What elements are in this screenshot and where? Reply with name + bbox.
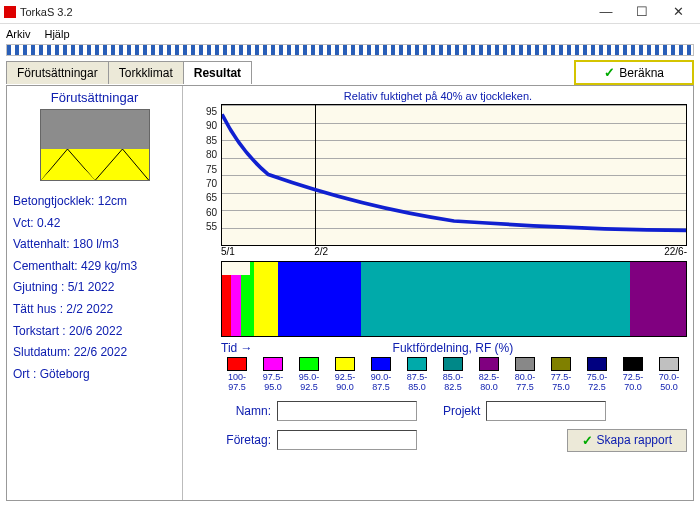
plot-area	[221, 104, 687, 246]
menu-bar: Arkiv Hjälp	[0, 24, 700, 44]
result-panel: Relativ fuktighet på 40% av tjockleken. …	[183, 86, 693, 500]
info-betongtjocklek: Betongtjocklek: 12cm	[13, 191, 178, 213]
close-button[interactable]: ✕	[660, 1, 696, 23]
info-slutdatum: Slutdatum: 22/6 2022	[13, 342, 178, 364]
moisture-distribution-chart	[221, 261, 687, 337]
title-bar: TorkaS 3.2 — ☐ ✕	[0, 0, 700, 24]
tab-torkklimat[interactable]: Torkklimat	[108, 61, 184, 84]
info-torkstart: Torkstart : 20/6 2022	[13, 321, 178, 343]
info-vattenhalt: Vattenhalt: 180 l/m3	[13, 234, 178, 256]
sidebar-title: Förutsättningar	[11, 90, 178, 105]
minimize-button[interactable]: —	[588, 1, 624, 23]
section-thumbnail	[40, 109, 150, 181]
tab-forutsattningar[interactable]: Förutsättningar	[6, 61, 109, 84]
info-ort: Ort : Göteborg	[13, 364, 178, 386]
sidebar: Förutsättningar Betongtjocklek: 12cm Vct…	[7, 86, 183, 500]
info-vct: Vct: 0.42	[13, 213, 178, 235]
check-icon: ✓	[604, 65, 615, 80]
window-title: TorkaS 3.2	[20, 6, 588, 18]
y-axis: 9590 8580 7570 6560 55	[189, 104, 221, 246]
maximize-button[interactable]: ☐	[624, 1, 660, 23]
chart-title: Relativ fuktighet på 40% av tjockleken.	[189, 90, 687, 102]
info-cementhalt: Cementhalt: 429 kg/m3	[13, 256, 178, 278]
menu-arkiv[interactable]: Arkiv	[6, 28, 30, 40]
menu-hjalp[interactable]: Hjälp	[44, 28, 69, 40]
tab-resultat[interactable]: Resultat	[183, 61, 252, 84]
app-icon	[4, 6, 16, 18]
info-list: Betongtjocklek: 12cm Vct: 0.42 Vattenhal…	[11, 191, 178, 385]
decor-bar	[6, 44, 694, 56]
calculate-button[interactable]: ✓ Beräkna	[574, 60, 694, 85]
line-chart: 9590 8580 7570 6560 55	[189, 104, 687, 246]
tab-strip: Förutsättningar Torkklimat Resultat	[6, 61, 251, 84]
info-gjutning: Gjutning : 5/1 2022	[13, 277, 178, 299]
info-tatthus: Tätt hus : 2/2 2022	[13, 299, 178, 321]
